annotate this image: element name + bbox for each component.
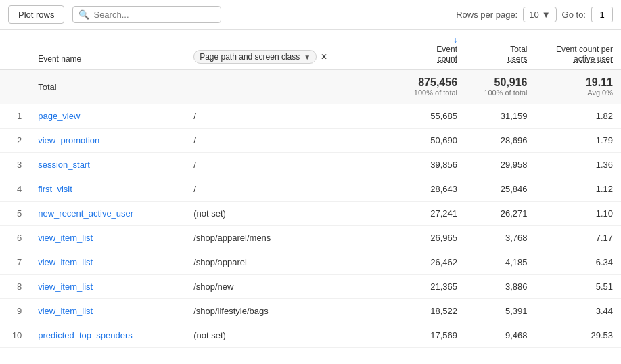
total-label-cell: Total <box>30 70 185 104</box>
total-users-cell: 9,468 <box>465 323 535 348</box>
per-user-cell: 1.82 <box>536 104 621 129</box>
total-page-path-cell <box>185 70 388 104</box>
event-count-cell: 18,522 <box>388 299 465 323</box>
event-count-cell: 39,856 <box>388 153 465 177</box>
total-users-label-line1: Total <box>510 45 527 54</box>
chip-arrow-icon: ▼ <box>304 53 310 61</box>
event-name-link[interactable]: predicted_top_spenders <box>38 330 133 340</box>
col-num-header <box>0 30 30 70</box>
event-name-link[interactable]: first_visit <box>38 184 72 194</box>
event-count-label-line1: Event <box>436 45 457 54</box>
event-name-link[interactable]: view_item_list <box>38 281 93 292</box>
row-number: 9 <box>0 299 30 323</box>
table-row: 7view_item_list/shop/apparel26,4624,1856… <box>0 250 621 275</box>
event-count-cell: 50,690 <box>388 129 465 153</box>
event-name-link[interactable]: view_item_list <box>38 306 93 316</box>
total-users-cell: 50,916 100% of total <box>465 70 535 104</box>
event-name-cell: view_item_list <box>30 275 185 299</box>
col-event-count-header[interactable]: ↓ Event count <box>388 30 465 70</box>
per-user-cell: 7.17 <box>536 226 621 250</box>
total-users-cell: 3,768 <box>465 226 535 250</box>
per-user-cell: 5.51 <box>536 275 621 299</box>
plot-rows-button[interactable]: Plot rows <box>8 5 64 24</box>
page-path-cell: / <box>185 104 388 129</box>
event-name-link[interactable]: session_start <box>38 160 90 170</box>
event-name-cell: page_view <box>30 104 185 129</box>
page-path-cell: / <box>185 129 388 153</box>
col-event-count-per-user-header[interactable]: Event count per active user <box>536 30 621 70</box>
event-name-cell: first_visit <box>30 177 185 202</box>
total-per-user-value: 19.11 <box>544 76 613 89</box>
page-path-cell: /shop/lifestyle/bags <box>185 299 388 323</box>
event-name-link[interactable]: page_view <box>38 111 80 121</box>
table-row: 6view_item_list/shop/apparel/mens26,9653… <box>0 226 621 250</box>
total-users-cell: 29,958 <box>465 153 535 177</box>
page-path-cell: (not set) <box>185 202 388 226</box>
table-row: 10predicted_top_spenders(not set)17,5699… <box>0 323 621 348</box>
total-event-count-sub: 100% of total <box>396 89 457 97</box>
go-to-input[interactable] <box>591 7 613 22</box>
sort-down-icon: ↓ <box>453 35 457 45</box>
event-per-user-label-line2: active user <box>574 54 613 64</box>
event-count-label-line2: count <box>438 54 457 64</box>
event-name-cell: view_item_list <box>30 299 185 323</box>
total-users-label-line2: users <box>507 54 527 64</box>
event-name-cell: session_start <box>30 153 185 177</box>
filter-chip-text: Page path and screen class <box>200 52 300 62</box>
search-box: 🔍 <box>72 6 221 23</box>
rows-per-page-value: 10 <box>529 9 538 20</box>
page-path-cell: /shop/apparel <box>185 250 388 275</box>
event-name-link[interactable]: new_recent_active_user <box>38 208 133 219</box>
total-per-user-cell: 19.11 Avg 0% <box>536 70 621 104</box>
event-name-cell: predicted_top_spenders <box>30 323 185 348</box>
search-input[interactable] <box>93 9 215 20</box>
total-event-count-cell: 875,456 100% of total <box>388 70 465 104</box>
row-number: 2 <box>0 129 30 153</box>
search-icon: 🔍 <box>78 9 89 20</box>
col-event-name-header: Event name <box>30 30 185 70</box>
event-name-cell: new_recent_active_user <box>30 202 185 226</box>
event-name-link[interactable]: view_item_list <box>38 233 93 243</box>
event-count-cell: 27,241 <box>388 202 465 226</box>
per-user-cell: 3.44 <box>536 299 621 323</box>
event-count-cell: 55,685 <box>388 104 465 129</box>
total-num-cell <box>0 70 30 104</box>
page-path-filter-chip[interactable]: Page path and screen class ▼ <box>193 50 317 64</box>
per-user-cell: 29.53 <box>536 323 621 348</box>
table-row: 4first_visit/28,64325,8461.12 <box>0 177 621 202</box>
filter-chip-close-icon[interactable]: ✕ <box>321 52 327 62</box>
table-row: 3session_start/39,85629,9581.36 <box>0 153 621 177</box>
total-users-cell: 26,271 <box>465 202 535 226</box>
rows-per-page-select[interactable]: 10 ▼ <box>523 7 556 22</box>
event-name-link[interactable]: view_promotion <box>38 135 99 145</box>
col-total-users-header[interactable]: Total users <box>465 30 535 70</box>
page-path-cell: /shop/new <box>185 275 388 299</box>
total-users-cell: 4,185 <box>465 250 535 275</box>
event-per-user-label-line1: Event count per <box>556 45 613 54</box>
event-name-cell: view_item_list <box>30 250 185 275</box>
event-count-cell: 21,365 <box>388 275 465 299</box>
total-users-cell: 31,159 <box>465 104 535 129</box>
row-number: 8 <box>0 275 30 299</box>
row-number: 6 <box>0 226 30 250</box>
event-count-cell: 17,569 <box>388 323 465 348</box>
row-number: 1 <box>0 104 30 129</box>
event-name-cell: view_item_list <box>30 226 185 250</box>
total-users-cell: 5,391 <box>465 299 535 323</box>
rows-per-page-label: Rows per page: <box>456 9 518 20</box>
per-user-cell: 6.34 <box>536 250 621 275</box>
per-user-cell: 1.12 <box>536 177 621 202</box>
per-user-cell: 1.10 <box>536 202 621 226</box>
total-users-cell: 3,886 <box>465 275 535 299</box>
per-user-cell: 1.36 <box>536 153 621 177</box>
per-user-cell: 1.79 <box>536 129 621 153</box>
event-count-cell: 26,965 <box>388 226 465 250</box>
event-name-link[interactable]: view_item_list <box>38 257 93 267</box>
event-name-cell: view_promotion <box>30 129 185 153</box>
total-row: Total 875,456 100% of total 50,916 100% … <box>0 70 621 104</box>
go-to-control: Go to: <box>562 7 613 22</box>
page-path-cell: / <box>185 153 388 177</box>
page-path-cell: (not set) <box>185 323 388 348</box>
table-row: 5new_recent_active_user(not set)27,24126… <box>0 202 621 226</box>
row-number: 7 <box>0 250 30 275</box>
